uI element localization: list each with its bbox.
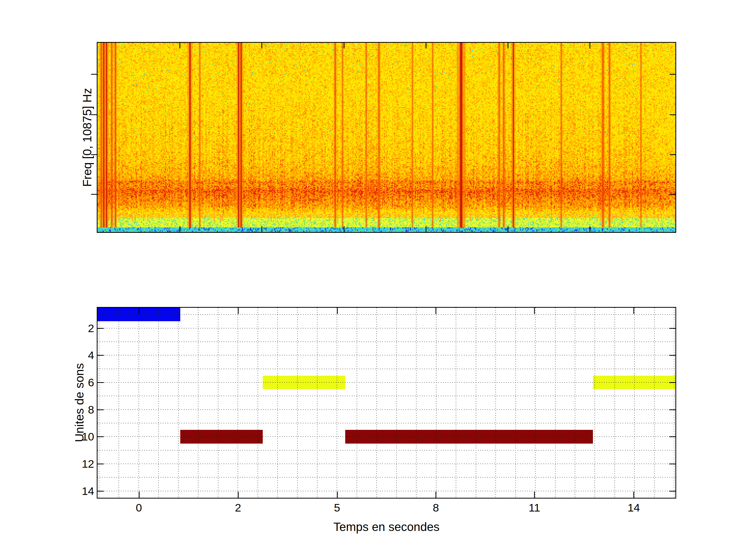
gridline-v xyxy=(357,308,357,498)
gridline-h xyxy=(98,463,675,464)
spectrogram-x-tick xyxy=(179,43,180,49)
y-tick-label: 8 xyxy=(49,404,94,415)
gridline-h xyxy=(98,342,675,342)
gridline-v xyxy=(416,308,416,498)
x-tick xyxy=(634,491,634,498)
gridline-v xyxy=(495,308,496,498)
gridline-h xyxy=(98,369,675,369)
gridline-h xyxy=(98,423,675,423)
y-tick xyxy=(98,491,104,491)
x-tick xyxy=(337,308,338,314)
x-tick-label: 14 xyxy=(627,502,640,513)
gridline-h xyxy=(98,314,675,315)
gridline-v xyxy=(615,308,615,498)
y-tick-label: 4 xyxy=(49,350,94,361)
y-tick xyxy=(98,382,104,383)
gridline-v xyxy=(337,308,337,498)
gridline-v xyxy=(297,308,298,498)
x-tick xyxy=(436,491,436,498)
x-tick-label: 5 xyxy=(334,502,340,513)
gridline-h xyxy=(98,450,675,451)
y-tick xyxy=(669,463,675,464)
gridline-h xyxy=(98,409,675,410)
gridline-v xyxy=(436,308,437,498)
gridline-h xyxy=(98,328,675,328)
gridline-v xyxy=(535,308,536,498)
y-tick-label: 14 xyxy=(49,485,94,497)
spectrogram-x-tick xyxy=(179,226,180,232)
gridline-h xyxy=(98,355,675,355)
x-tick-label: 0 xyxy=(136,502,142,513)
spectrogram-x-tick xyxy=(344,226,344,232)
spectrogram-y-tick xyxy=(670,74,675,75)
y-tick xyxy=(669,491,675,491)
spectrogram-x-tick xyxy=(590,43,590,49)
spectrogram-x-tick xyxy=(426,226,427,232)
x-tick xyxy=(534,491,535,498)
gridline-v xyxy=(476,308,476,498)
gridline-v xyxy=(238,308,238,498)
x-tick xyxy=(238,308,239,314)
spectrogram-panel xyxy=(97,42,676,233)
x-tick xyxy=(436,308,436,314)
spectrogram-y-tick xyxy=(91,194,97,195)
spectrogram-x-tick xyxy=(261,43,262,49)
gridline-v xyxy=(138,308,139,498)
y-tick xyxy=(669,355,675,356)
gridline-v xyxy=(594,308,595,498)
units-panel xyxy=(97,307,676,499)
gridline-v xyxy=(555,308,556,498)
spectrogram-y-axis-label: Freq [0, 10875] Hz xyxy=(80,88,94,187)
gridline-v xyxy=(158,308,159,498)
y-tick-label: 12 xyxy=(49,458,94,470)
gridline-v xyxy=(99,308,99,498)
spectrogram-y-tick xyxy=(670,154,675,155)
spectrogram-y-tick xyxy=(91,74,97,75)
y-tick-label: 10 xyxy=(49,431,94,442)
spectrogram-x-tick xyxy=(344,43,344,49)
y-tick xyxy=(98,409,104,410)
spectrogram-y-tick xyxy=(670,194,675,195)
gridline-v xyxy=(198,308,199,498)
spectrogram-x-tick xyxy=(426,43,427,49)
gridline-v xyxy=(218,308,218,498)
spectrogram-image xyxy=(98,43,675,232)
gridline-v xyxy=(317,308,317,498)
gridline-v xyxy=(396,308,397,498)
x-tick xyxy=(139,308,139,314)
spectrogram-x-tick xyxy=(261,226,262,232)
x-tick-label: 8 xyxy=(433,502,439,513)
gridline-v xyxy=(654,308,655,498)
gridline-v xyxy=(575,308,575,498)
gridline-v xyxy=(634,308,635,498)
y-tick xyxy=(669,436,675,437)
y-tick xyxy=(669,382,675,383)
x-tick xyxy=(139,491,139,498)
gridline-v xyxy=(178,308,179,498)
y-tick-label: 2 xyxy=(49,322,94,334)
gridline-v xyxy=(376,308,377,498)
spectrogram-x-tick xyxy=(508,43,508,49)
gridline-v xyxy=(277,308,278,498)
y-tick xyxy=(98,463,104,464)
gridline-v xyxy=(515,308,516,498)
gridline-h xyxy=(98,396,675,396)
figure: { "spectrogram": { "ylabel": "Freq [0, 1… xyxy=(0,0,747,560)
gridline-h xyxy=(98,382,675,383)
x-tick-label: 11 xyxy=(529,502,540,513)
gridline-h xyxy=(98,477,675,478)
y-tick xyxy=(669,409,675,410)
x-tick xyxy=(337,491,338,498)
y-tick-label: 6 xyxy=(49,377,94,388)
spectrogram-x-tick xyxy=(508,226,508,232)
gridline-v xyxy=(456,308,456,498)
x-tick xyxy=(634,308,634,314)
spectrogram-y-tick xyxy=(670,114,675,115)
y-tick xyxy=(98,355,104,356)
x-axis-label: Temps en secondes xyxy=(333,520,439,534)
y-tick xyxy=(669,328,675,329)
x-tick xyxy=(534,308,535,314)
gridline-h xyxy=(98,491,675,491)
gridline-v xyxy=(119,308,119,498)
gridline-v xyxy=(258,308,258,498)
